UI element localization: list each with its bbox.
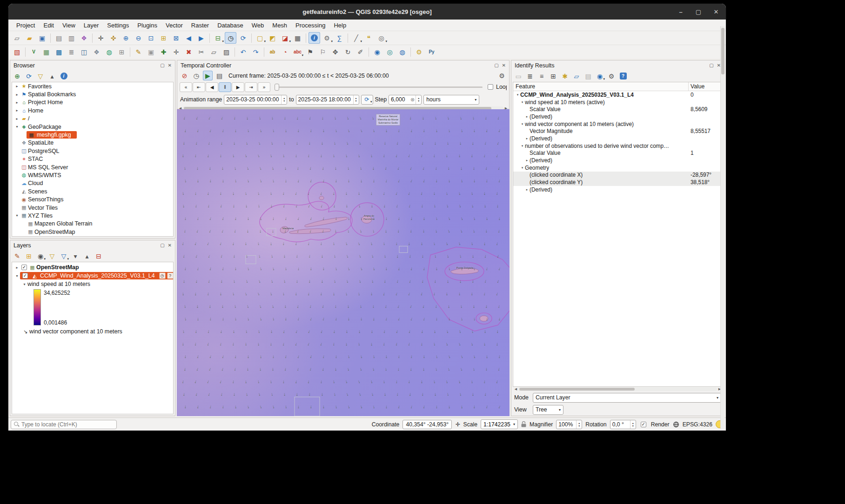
browser-item-xyz-tiles[interactable]: ▾▦XYZ Tiles	[12, 212, 168, 219]
show-layout-manager-button[interactable]: ▥	[66, 32, 77, 44]
properties-widget-button[interactable]: i	[59, 71, 69, 81]
dock-close-button[interactable]: ✕	[502, 63, 506, 68]
filter-legend-expression-button[interactable]: ▽	[59, 251, 69, 261]
menu-processing[interactable]: Processing	[291, 21, 329, 30]
range-start-datetime[interactable]	[224, 95, 287, 105]
identify-row[interactable]: (clicked coordinate X)-28,597°	[513, 172, 722, 179]
manage-map-themes-button[interactable]: ◉	[35, 251, 46, 261]
close-button[interactable]: ✕	[712, 8, 720, 15]
chevron-right-icon[interactable]: ▸	[524, 115, 530, 119]
toggle-editing-button[interactable]: ✎	[133, 46, 144, 58]
render-checkbox[interactable]	[641, 422, 646, 427]
range-end-datetime[interactable]	[296, 95, 359, 105]
scale-input[interactable]	[483, 421, 511, 428]
layer-item-ccmp-wind-analysis[interactable]: ▾ ◭ CCMP_Wind_Analysis_20250325_V03.1_L4…	[12, 272, 173, 280]
new-print-layout-button[interactable]: ▤	[53, 32, 65, 44]
export-animation-button[interactable]: ▤	[215, 71, 224, 80]
spinner-arrows[interactable]	[281, 95, 287, 104]
browser-item-vector-tiles[interactable]: ▦Vector Tiles	[12, 204, 168, 212]
spinner-arrows[interactable]	[353, 95, 359, 104]
menu-view[interactable]: View	[58, 21, 80, 30]
zoom-to-layer-button[interactable]: ⊠	[170, 32, 182, 44]
spinner-arrows[interactable]	[416, 95, 421, 104]
vertex-tool-button[interactable]: ✛	[170, 46, 182, 58]
identify-row[interactable]: ▸(Derived)	[513, 186, 722, 193]
expand-tree-button[interactable]: ≣	[525, 71, 535, 81]
menu-web[interactable]: Web	[248, 21, 268, 30]
identify-row[interactable]: ▾wind speed at 10 meters (active)	[513, 99, 722, 106]
add-raster-layer-button[interactable]: ▦	[40, 46, 52, 58]
slider-handle[interactable]	[275, 84, 279, 91]
identify-row[interactable]: ▾number of observations used to derive w…	[513, 142, 722, 150]
clear-results-button[interactable]: ✱	[560, 71, 570, 81]
fixed-range-navigation-button[interactable]: ◷	[191, 71, 201, 80]
pin-labels-button[interactable]: ⚑	[304, 46, 316, 58]
browser-item-scenes[interactable]: ◭Scenes	[12, 187, 168, 195]
browser-item-wms-wmts[interactable]: ◍WMS/WMTS	[12, 171, 168, 179]
zoom-out-button[interactable]: ⊖	[133, 32, 144, 44]
chevron-right-icon[interactable]: ▸	[14, 265, 20, 270]
chevron-down-icon[interactable]: ▾	[21, 282, 27, 286]
add-mesh-layer-button[interactable]: ▩	[53, 46, 65, 58]
rotation-spinbox[interactable]	[610, 420, 636, 429]
browser-item-stac[interactable]: ✶STAC	[12, 155, 168, 163]
browser-item-favorites[interactable]: ▸★Favorites	[12, 82, 168, 90]
copy-feature-button[interactable]: ▱	[571, 71, 582, 81]
pan-map-button[interactable]: ✛	[95, 32, 107, 44]
rotate-label-button[interactable]: ↻	[342, 46, 354, 58]
identify-row[interactable]: ▾CCMP_Wind_Analysis_20250325_V03.1_L40	[513, 91, 722, 99]
menu-mesh[interactable]: Mesh	[268, 21, 291, 30]
loop-checkbox[interactable]	[488, 84, 493, 90]
temporal-controller-button[interactable]: ◷	[225, 32, 236, 44]
chevron-right-icon[interactable]: ▸	[524, 188, 530, 192]
python-console-button[interactable]: Py	[426, 46, 437, 58]
save-project-button[interactable]: ▣	[36, 32, 48, 44]
chevron-right-icon[interactable]: ▸	[524, 137, 530, 140]
print-results-button[interactable]: ▤	[583, 71, 593, 81]
menu-raster[interactable]: Raster	[187, 21, 213, 30]
browser-item-geopackage[interactable]: ▾◈GeoPackage	[12, 123, 168, 131]
browser-item-project-home[interactable]: ▸⌂Project Home	[12, 99, 168, 106]
spinner-arrows[interactable]	[630, 420, 636, 429]
open-attribute-table-button[interactable]: ▦	[292, 32, 303, 44]
crs-globe-icon[interactable]	[673, 421, 679, 428]
menu-plugins[interactable]: Plugins	[133, 21, 161, 30]
add-group-button[interactable]: ⊞	[24, 251, 34, 261]
chevron-right-icon[interactable]: ▸	[14, 100, 20, 105]
menu-database[interactable]: Database	[213, 21, 248, 30]
legend-item-wind-vector[interactable]: ↘ wind vector component at 10 meters	[12, 327, 173, 336]
zoom-full-button[interactable]: ⊡	[145, 32, 157, 44]
pan-to-selection-button[interactable]: ✜	[107, 32, 119, 44]
chevron-down-icon[interactable]: ▾	[520, 166, 525, 170]
browser-scrollbar[interactable]	[720, 26, 724, 429]
identify-help-button[interactable]: ?	[618, 71, 628, 81]
layer-labeling-button[interactable]: ab	[267, 46, 278, 58]
identify-row[interactable]: Scalar Value8,5609	[513, 106, 722, 113]
expand-new-results-button[interactable]: ⊞	[548, 71, 558, 81]
chevron-down-icon[interactable]: ▾	[520, 122, 525, 126]
collapse-all-layers-button[interactable]: ▴	[82, 251, 92, 261]
zoom-in-button[interactable]: ⊕	[120, 32, 132, 44]
menu-edit[interactable]: Edit	[39, 21, 58, 30]
identify-row[interactable]: ▸(Derived)	[513, 113, 722, 120]
open-project-button[interactable]: ▰	[24, 32, 35, 44]
temporal-navigation-off-button[interactable]: ⊘	[180, 71, 189, 80]
identify-row[interactable]: Scalar Value1	[513, 150, 722, 157]
animated-navigation-button[interactable]: ▶	[203, 71, 213, 80]
results-header-row[interactable]: Feature Value	[513, 82, 722, 91]
clear-icon[interactable]: ⊗	[409, 97, 416, 103]
new-map-view-button[interactable]: ⊟	[212, 32, 224, 44]
set-range-from-layer-button[interactable]: ⟳	[361, 95, 373, 105]
chevron-down-icon[interactable]: ▾	[515, 93, 520, 97]
rewind-button[interactable]: «	[180, 82, 192, 92]
feature-column-header[interactable]: Feature	[513, 82, 689, 91]
locate-input[interactable]	[21, 421, 114, 428]
add-delimited-text-layer-button[interactable]: ≣	[66, 46, 77, 58]
web-services-button[interactable]: ◍	[396, 46, 408, 58]
refresh-map-button[interactable]: ⟳	[237, 32, 249, 44]
coordinate-input[interactable]	[402, 420, 452, 429]
nominatim-geocoder-button[interactable]: ◎	[376, 32, 387, 44]
identify-row[interactable]: ▾Geometry	[513, 164, 722, 172]
zoom-to-selection-button[interactable]: ⊞	[158, 32, 169, 44]
play-button[interactable]: ▶	[232, 82, 244, 92]
